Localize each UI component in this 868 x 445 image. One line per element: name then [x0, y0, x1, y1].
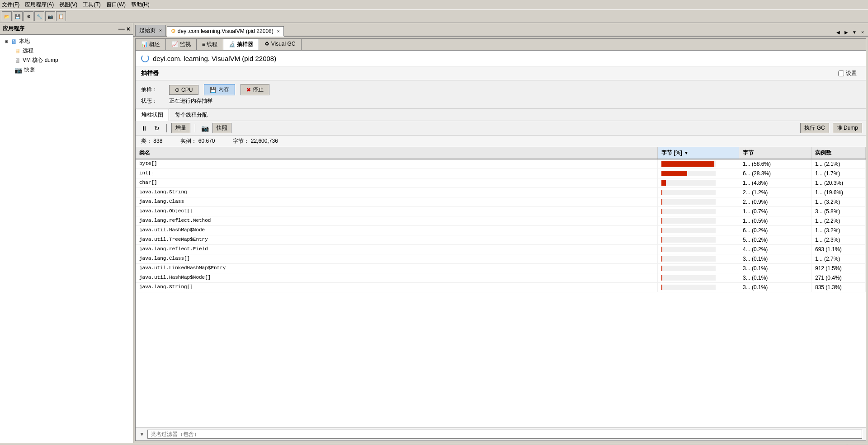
panel-nav-monitor[interactable]: 📈 监视 [166, 39, 196, 50]
cpu-button[interactable]: ⊙ CPU [169, 85, 198, 95]
td-classname: byte[] [136, 159, 658, 169]
th-bytes-pct[interactable]: 字节 [%] ▼ [658, 147, 739, 159]
toolbar-btn-4[interactable]: 🔧 [34, 11, 44, 21]
memory-button[interactable]: 💾 内存 [204, 84, 235, 95]
table-row[interactable]: java.lang.reflect.Method 1... (0.5%)1...… [136, 216, 866, 226]
sidebar-title: 应用程序 [3, 25, 24, 33]
panel-nav-sampler[interactable]: 🔬 抽样器 [223, 39, 259, 50]
td-bytes-bar [658, 188, 739, 197]
tab-nav-down[interactable]: ▼ [851, 28, 858, 36]
sidebar-item-remote[interactable]: 🖥 远程 [2, 46, 131, 56]
table-row[interactable]: java.lang.Class 2... (0.9%)1... (3.2%) [136, 197, 866, 207]
panel-nav-threads-icon: ≡ [202, 41, 205, 47]
panel-nav-visual-gc[interactable]: ♻ Visual GC [259, 39, 301, 50]
status-label: 状态： [141, 97, 164, 105]
bar-fill [661, 218, 662, 224]
sort-arrow-icon: ▼ [684, 150, 689, 155]
th-bytes[interactable]: 字节 [739, 147, 811, 159]
table-row[interactable]: java.lang.Object[] 1... (0.7%)3... (5.8%… [136, 207, 866, 216]
menu-window[interactable]: 窗口(W) [106, 1, 126, 9]
bar-fill [661, 237, 662, 243]
tab-start-close[interactable]: × [159, 28, 162, 33]
panel-nav-threads[interactable]: ≡ 线程 [197, 39, 223, 50]
table-row[interactable]: char[] 1... (4.8%)1... (20.3%) [136, 178, 866, 188]
td-classname: int[] [136, 169, 658, 178]
toolbar-btn-5[interactable]: 📷 [45, 11, 55, 21]
sidebar-item-snapshot[interactable]: 📷 快照 [2, 65, 131, 75]
main-toolbar: 📂 💾 ⚙ 🔧 📷 📋 [0, 10, 868, 23]
settings-checkbox[interactable]: 设置 [838, 70, 857, 77]
table-row[interactable]: java.util.HashMap$Node 6... (0.2%)1... (… [136, 226, 866, 235]
sidebar-item-vm-core[interactable]: 🖥 VM 核心 dump [2, 56, 131, 65]
tab-nav-left[interactable]: ◀ [835, 28, 842, 36]
tab-start[interactable]: 起始页 × [135, 25, 166, 36]
td-instances: 271 (0.4%) [811, 273, 866, 282]
tab-active[interactable]: ⚙ deyi.com.learning.VisualVM (pid 22008)… [167, 26, 284, 37]
sidebar-minimize[interactable]: — [118, 25, 125, 33]
heap-dump-btn[interactable]: 堆 Dump [833, 123, 862, 133]
sidebar-item-local[interactable]: ⊞ 🖥 本地 [2, 37, 131, 46]
filter-bar: ▼ [136, 427, 866, 440]
sub-tab-thread-alloc[interactable]: 每个线程分配 [169, 109, 213, 121]
tab-nav-close[interactable]: × [859, 28, 866, 36]
table-row[interactable]: byte[] 1... (58.6%)1... (2.1%) [136, 159, 866, 169]
menu-tools[interactable]: 工具(T) [83, 1, 100, 9]
table-row[interactable]: java.util.LinkedHashMap$Entry 3... (0.1%… [136, 264, 866, 273]
bar-fill [661, 266, 662, 271]
tab-nav: ◀ ▶ ▼ × [835, 28, 868, 36]
table-row[interactable]: java.lang.String 2... (1.2%)1... (19.6%) [136, 188, 866, 197]
cpu-btn-label: CPU [181, 87, 193, 93]
td-instances: 693 (1.1%) [811, 245, 866, 254]
table-row[interactable]: java.util.TreeMap$Entry 5... (0.2%)1... … [136, 235, 866, 245]
toolbar-btn-2[interactable]: 💾 [13, 11, 23, 21]
table-row[interactable]: int[] 6... (28.3%)1... (1.7%) [136, 169, 866, 178]
td-bytes: 2... (0.9%) [739, 197, 811, 206]
td-bytes: 1... (58.6%) [739, 159, 811, 169]
exec-gc-btn[interactable]: 执行 GC [800, 123, 829, 133]
th-classname[interactable]: 类名 [136, 147, 658, 159]
menu-view[interactable]: 视图(V) [59, 1, 77, 9]
menu-file[interactable]: 文件(F) [2, 1, 19, 9]
pause-btn[interactable]: ⏸ [139, 123, 149, 133]
th-instances-label: 实例数 [815, 149, 831, 157]
panel-nav-threads-label: 线程 [207, 41, 217, 47]
td-bytes: 3... (0.1%) [739, 273, 811, 282]
settings-check[interactable] [838, 70, 844, 76]
bar-container [661, 190, 716, 195]
tab-active-close[interactable]: × [277, 29, 280, 34]
sampling-row: 抽样： ⊙ CPU 💾 内存 ✖ 停止 [141, 84, 860, 95]
toolbar-btn-1[interactable]: 📂 [2, 11, 12, 21]
td-instances: 1... (20.3%) [811, 178, 866, 187]
status-row: 状态： 正在进行内存抽样 [141, 97, 860, 105]
bar-fill [661, 199, 662, 205]
snapshot-btn[interactable]: 快照 [212, 123, 231, 133]
panel-nav-monitor-label: 监视 [180, 41, 191, 47]
td-bytes: 3... (0.1%) [739, 283, 811, 292]
menu-app[interactable]: 应用程序(A) [25, 1, 54, 9]
bytes-value: 22,600,736 [251, 138, 278, 144]
table-row[interactable]: java.util.HashMap$Node[] 3... (0.1%)271 … [136, 273, 866, 283]
panel-nav-sampler-icon: 🔬 [229, 41, 236, 47]
table-row[interactable]: java.lang.Class[] 3... (0.1%)1... (2.7%) [136, 254, 866, 264]
td-bytes-bar [658, 254, 739, 263]
sub-tab-heap[interactable]: 堆柱状图 [136, 109, 169, 121]
td-bytes: 1... (4.8%) [739, 178, 811, 187]
stop-button[interactable]: ✖ 停止 [241, 84, 269, 95]
td-instances: 1... (2.7%) [811, 254, 866, 263]
panel-nav-overview[interactable]: 📊 概述 [136, 39, 166, 50]
panel-nav-overview-icon: 📊 [141, 41, 148, 47]
stats-row: 类： 838 实例： 60,670 字节： 22,600,736 [136, 136, 866, 147]
table-row[interactable]: java.lang.reflect.Field 4... (0.2%)693 (… [136, 245, 866, 254]
refresh-btn[interactable]: ↻ [152, 123, 162, 133]
th-instances[interactable]: 实例数 [811, 147, 866, 159]
increment-btn[interactable]: 增量 [171, 123, 190, 133]
td-bytes-bar [658, 235, 739, 244]
tab-nav-right[interactable]: ▶ [843, 28, 850, 36]
sidebar-close[interactable]: × [127, 25, 130, 33]
toolbar-btn-6[interactable]: 📋 [56, 11, 66, 21]
table-row[interactable]: java.lang.String[] 3... (0.1%)835 (1.3%) [136, 283, 866, 292]
toolbar-btn-3[interactable]: ⚙ [24, 11, 33, 21]
menu-help[interactable]: 帮助(H) [131, 1, 150, 9]
snapshot-icon-btn[interactable]: 📷 [200, 123, 210, 133]
filter-input[interactable] [147, 430, 862, 439]
